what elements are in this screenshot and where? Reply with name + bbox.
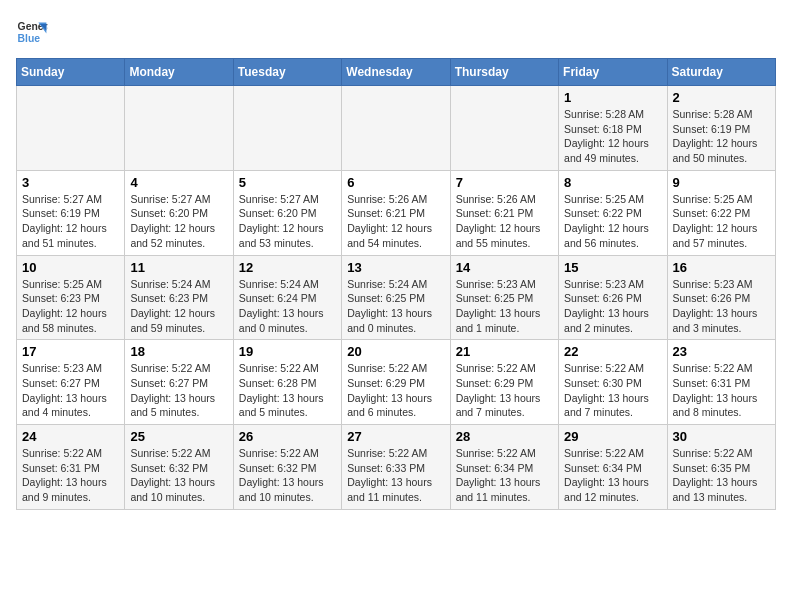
- day-number: 11: [130, 260, 227, 275]
- day-info: Sunrise: 5:22 AM Sunset: 6:33 PM Dayligh…: [347, 446, 444, 505]
- day-number: 1: [564, 90, 661, 105]
- day-number: 25: [130, 429, 227, 444]
- calendar-cell: 27Sunrise: 5:22 AM Sunset: 6:33 PM Dayli…: [342, 425, 450, 510]
- week-row-4: 17Sunrise: 5:23 AM Sunset: 6:27 PM Dayli…: [17, 340, 776, 425]
- calendar-cell: 24Sunrise: 5:22 AM Sunset: 6:31 PM Dayli…: [17, 425, 125, 510]
- day-number: 26: [239, 429, 336, 444]
- weekday-header-row: SundayMondayTuesdayWednesdayThursdayFrid…: [17, 59, 776, 86]
- day-number: 15: [564, 260, 661, 275]
- day-number: 28: [456, 429, 553, 444]
- week-row-3: 10Sunrise: 5:25 AM Sunset: 6:23 PM Dayli…: [17, 255, 776, 340]
- day-number: 6: [347, 175, 444, 190]
- calendar-cell: 4Sunrise: 5:27 AM Sunset: 6:20 PM Daylig…: [125, 170, 233, 255]
- calendar-cell: 15Sunrise: 5:23 AM Sunset: 6:26 PM Dayli…: [559, 255, 667, 340]
- day-info: Sunrise: 5:22 AM Sunset: 6:27 PM Dayligh…: [130, 361, 227, 420]
- calendar-cell: 9Sunrise: 5:25 AM Sunset: 6:22 PM Daylig…: [667, 170, 775, 255]
- day-info: Sunrise: 5:22 AM Sunset: 6:29 PM Dayligh…: [456, 361, 553, 420]
- calendar-cell: [125, 86, 233, 171]
- day-number: 13: [347, 260, 444, 275]
- weekday-header-sunday: Sunday: [17, 59, 125, 86]
- day-info: Sunrise: 5:28 AM Sunset: 6:18 PM Dayligh…: [564, 107, 661, 166]
- calendar-cell: [233, 86, 341, 171]
- day-info: Sunrise: 5:26 AM Sunset: 6:21 PM Dayligh…: [347, 192, 444, 251]
- day-number: 20: [347, 344, 444, 359]
- calendar-cell: 12Sunrise: 5:24 AM Sunset: 6:24 PM Dayli…: [233, 255, 341, 340]
- calendar-cell: 22Sunrise: 5:22 AM Sunset: 6:30 PM Dayli…: [559, 340, 667, 425]
- day-number: 18: [130, 344, 227, 359]
- day-info: Sunrise: 5:27 AM Sunset: 6:20 PM Dayligh…: [130, 192, 227, 251]
- day-number: 8: [564, 175, 661, 190]
- day-number: 29: [564, 429, 661, 444]
- svg-text:Blue: Blue: [18, 33, 41, 44]
- calendar-cell: [17, 86, 125, 171]
- day-info: Sunrise: 5:27 AM Sunset: 6:19 PM Dayligh…: [22, 192, 119, 251]
- day-info: Sunrise: 5:22 AM Sunset: 6:28 PM Dayligh…: [239, 361, 336, 420]
- day-info: Sunrise: 5:24 AM Sunset: 6:25 PM Dayligh…: [347, 277, 444, 336]
- day-info: Sunrise: 5:23 AM Sunset: 6:26 PM Dayligh…: [564, 277, 661, 336]
- calendar-table: SundayMondayTuesdayWednesdayThursdayFrid…: [16, 58, 776, 510]
- day-number: 24: [22, 429, 119, 444]
- day-number: 7: [456, 175, 553, 190]
- day-number: 10: [22, 260, 119, 275]
- calendar-cell: 6Sunrise: 5:26 AM Sunset: 6:21 PM Daylig…: [342, 170, 450, 255]
- calendar-cell: 29Sunrise: 5:22 AM Sunset: 6:34 PM Dayli…: [559, 425, 667, 510]
- day-info: Sunrise: 5:22 AM Sunset: 6:32 PM Dayligh…: [239, 446, 336, 505]
- day-info: Sunrise: 5:23 AM Sunset: 6:27 PM Dayligh…: [22, 361, 119, 420]
- day-info: Sunrise: 5:22 AM Sunset: 6:30 PM Dayligh…: [564, 361, 661, 420]
- day-info: Sunrise: 5:23 AM Sunset: 6:26 PM Dayligh…: [673, 277, 770, 336]
- day-info: Sunrise: 5:25 AM Sunset: 6:22 PM Dayligh…: [564, 192, 661, 251]
- day-number: 4: [130, 175, 227, 190]
- calendar-cell: 7Sunrise: 5:26 AM Sunset: 6:21 PM Daylig…: [450, 170, 558, 255]
- calendar-cell: 14Sunrise: 5:23 AM Sunset: 6:25 PM Dayli…: [450, 255, 558, 340]
- calendar-cell: [342, 86, 450, 171]
- day-number: 19: [239, 344, 336, 359]
- day-info: Sunrise: 5:22 AM Sunset: 6:31 PM Dayligh…: [673, 361, 770, 420]
- logo-icon: General Blue: [16, 16, 48, 48]
- calendar-cell: 30Sunrise: 5:22 AM Sunset: 6:35 PM Dayli…: [667, 425, 775, 510]
- header: General Blue: [16, 16, 776, 48]
- day-number: 9: [673, 175, 770, 190]
- weekday-header-friday: Friday: [559, 59, 667, 86]
- day-number: 16: [673, 260, 770, 275]
- day-info: Sunrise: 5:22 AM Sunset: 6:35 PM Dayligh…: [673, 446, 770, 505]
- calendar-cell: 1Sunrise: 5:28 AM Sunset: 6:18 PM Daylig…: [559, 86, 667, 171]
- day-info: Sunrise: 5:25 AM Sunset: 6:23 PM Dayligh…: [22, 277, 119, 336]
- week-row-1: 1Sunrise: 5:28 AM Sunset: 6:18 PM Daylig…: [17, 86, 776, 171]
- calendar-cell: 25Sunrise: 5:22 AM Sunset: 6:32 PM Dayli…: [125, 425, 233, 510]
- calendar-cell: 11Sunrise: 5:24 AM Sunset: 6:23 PM Dayli…: [125, 255, 233, 340]
- day-number: 5: [239, 175, 336, 190]
- day-info: Sunrise: 5:24 AM Sunset: 6:24 PM Dayligh…: [239, 277, 336, 336]
- day-number: 2: [673, 90, 770, 105]
- calendar-cell: 16Sunrise: 5:23 AM Sunset: 6:26 PM Dayli…: [667, 255, 775, 340]
- day-info: Sunrise: 5:25 AM Sunset: 6:22 PM Dayligh…: [673, 192, 770, 251]
- day-number: 12: [239, 260, 336, 275]
- calendar-cell: 17Sunrise: 5:23 AM Sunset: 6:27 PM Dayli…: [17, 340, 125, 425]
- day-info: Sunrise: 5:28 AM Sunset: 6:19 PM Dayligh…: [673, 107, 770, 166]
- calendar-cell: 10Sunrise: 5:25 AM Sunset: 6:23 PM Dayli…: [17, 255, 125, 340]
- day-number: 30: [673, 429, 770, 444]
- calendar-cell: [450, 86, 558, 171]
- weekday-header-monday: Monday: [125, 59, 233, 86]
- calendar-cell: 26Sunrise: 5:22 AM Sunset: 6:32 PM Dayli…: [233, 425, 341, 510]
- weekday-header-saturday: Saturday: [667, 59, 775, 86]
- weekday-header-wednesday: Wednesday: [342, 59, 450, 86]
- calendar-cell: 19Sunrise: 5:22 AM Sunset: 6:28 PM Dayli…: [233, 340, 341, 425]
- week-row-5: 24Sunrise: 5:22 AM Sunset: 6:31 PM Dayli…: [17, 425, 776, 510]
- day-info: Sunrise: 5:22 AM Sunset: 6:29 PM Dayligh…: [347, 361, 444, 420]
- weekday-header-thursday: Thursday: [450, 59, 558, 86]
- day-info: Sunrise: 5:27 AM Sunset: 6:20 PM Dayligh…: [239, 192, 336, 251]
- logo: General Blue: [16, 16, 48, 48]
- day-info: Sunrise: 5:22 AM Sunset: 6:34 PM Dayligh…: [564, 446, 661, 505]
- day-info: Sunrise: 5:22 AM Sunset: 6:34 PM Dayligh…: [456, 446, 553, 505]
- day-number: 14: [456, 260, 553, 275]
- week-row-2: 3Sunrise: 5:27 AM Sunset: 6:19 PM Daylig…: [17, 170, 776, 255]
- day-number: 23: [673, 344, 770, 359]
- day-number: 22: [564, 344, 661, 359]
- calendar-cell: 28Sunrise: 5:22 AM Sunset: 6:34 PM Dayli…: [450, 425, 558, 510]
- day-info: Sunrise: 5:22 AM Sunset: 6:32 PM Dayligh…: [130, 446, 227, 505]
- calendar-cell: 23Sunrise: 5:22 AM Sunset: 6:31 PM Dayli…: [667, 340, 775, 425]
- day-number: 21: [456, 344, 553, 359]
- calendar-cell: 21Sunrise: 5:22 AM Sunset: 6:29 PM Dayli…: [450, 340, 558, 425]
- calendar-cell: 8Sunrise: 5:25 AM Sunset: 6:22 PM Daylig…: [559, 170, 667, 255]
- day-info: Sunrise: 5:26 AM Sunset: 6:21 PM Dayligh…: [456, 192, 553, 251]
